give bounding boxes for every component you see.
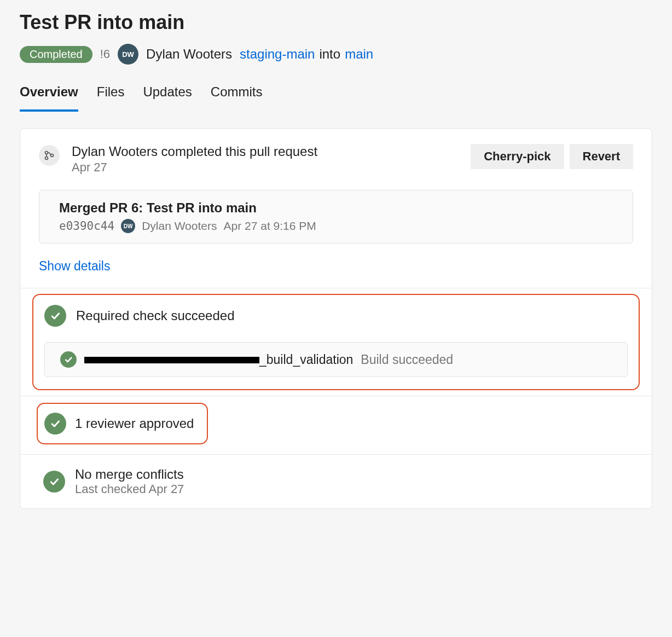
avatar[interactable]: DW xyxy=(118,44,138,65)
reviewer-text: 1 reviewer approved xyxy=(75,416,194,431)
check-success-icon xyxy=(44,413,66,435)
tab-files[interactable]: Files xyxy=(97,81,125,112)
revert-button[interactable]: Revert xyxy=(570,144,633,169)
cherry-pick-button[interactable]: Cherry-pick xyxy=(471,144,564,169)
check-success-icon xyxy=(44,305,66,327)
merge-title: No merge conflicts xyxy=(75,467,184,482)
commit-hash[interactable]: e0390c44 xyxy=(59,219,114,233)
build-status: Build succeeded xyxy=(361,352,453,367)
build-name: _build_validation xyxy=(84,352,353,367)
tab-overview[interactable]: Overview xyxy=(20,81,78,112)
pr-meta-row: Completed !6 DW Dylan Wooters staging-ma… xyxy=(20,44,652,65)
pr-title: Test PR into main xyxy=(20,11,652,34)
pr-id: !6 xyxy=(100,47,110,61)
reviewer-section: 1 reviewer approved xyxy=(37,403,208,444)
merge-section: No merge conflicts Last checked Apr 27 xyxy=(20,455,652,508)
target-branch-link[interactable]: main xyxy=(345,47,373,62)
pr-card: Dylan Wooters completed this pull reques… xyxy=(20,128,652,509)
completion-row: Dylan Wooters completed this pull reques… xyxy=(20,129,652,175)
redacted-text xyxy=(84,357,259,363)
svg-point-1 xyxy=(45,157,48,160)
merge-icon xyxy=(39,145,60,166)
required-check-section: Required check succeeded _build_validati… xyxy=(32,294,640,390)
tab-commits[interactable]: Commits xyxy=(211,81,263,112)
tab-updates[interactable]: Updates xyxy=(143,81,192,112)
avatar[interactable]: DW xyxy=(121,219,135,233)
tab-bar: Overview Files Updates Commits xyxy=(20,81,652,113)
commit-timestamp: Apr 27 at 9:16 PM xyxy=(224,219,316,233)
show-details-link[interactable]: Show details xyxy=(39,259,110,274)
build-row[interactable]: _build_validation Build succeeded xyxy=(44,342,628,377)
into-text: into xyxy=(319,47,340,62)
required-check-title: Required check succeeded xyxy=(76,308,235,323)
commit-box[interactable]: Merged PR 6: Test PR into main e0390c44 … xyxy=(39,190,633,244)
check-success-icon xyxy=(43,471,65,493)
source-branch-link[interactable]: staging-main xyxy=(240,47,315,62)
commit-author: Dylan Wooters xyxy=(142,219,217,233)
commit-title: Merged PR 6: Test PR into main xyxy=(59,200,613,216)
check-success-icon xyxy=(60,351,77,368)
completion-text: Dylan Wooters completed this pull reques… xyxy=(72,144,459,159)
status-badge: Completed xyxy=(20,46,92,63)
completion-date: Apr 27 xyxy=(72,160,459,175)
author-name[interactable]: Dylan Wooters xyxy=(146,47,232,62)
svg-point-0 xyxy=(45,152,48,154)
merge-subtext: Last checked Apr 27 xyxy=(75,482,184,496)
